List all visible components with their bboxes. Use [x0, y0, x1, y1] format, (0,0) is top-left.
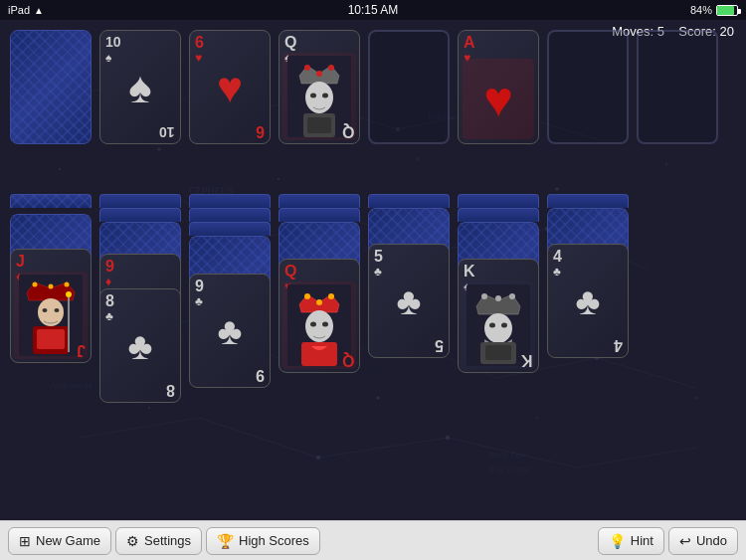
svg-line-19 — [199, 418, 318, 458]
card-rank-br: 6 — [256, 123, 265, 139]
svg-point-65 — [328, 65, 334, 71]
card-rank-br: K — [521, 352, 533, 368]
svg-point-85 — [304, 293, 310, 299]
deck-card[interactable] — [10, 30, 92, 144]
svg-point-36 — [59, 168, 61, 170]
svg-point-82 — [66, 291, 72, 297]
card-rank: 9 — [105, 259, 114, 275]
card-ace-hearts[interactable]: A ♥ ♥ — [458, 30, 539, 144]
toolbar: ⊞ New Game ⚙ Settings 🏆 High Scores 💡 Hi… — [0, 520, 746, 560]
svg-point-89 — [310, 322, 316, 327]
tableau-row: J ♦ — [10, 194, 629, 423]
svg-point-40 — [556, 188, 559, 191]
card-center-suit: ♣ — [576, 280, 601, 322]
card-rank: Q — [284, 264, 296, 280]
card-rank: 8 — [105, 293, 114, 309]
back-card[interactable] — [189, 208, 271, 222]
wifi-icon: ▲ — [34, 5, 44, 16]
card-rank: 10 — [105, 35, 121, 49]
card-rank-br: 4 — [614, 337, 623, 353]
card-rank: 9 — [195, 279, 204, 294]
svg-rect-70 — [307, 117, 331, 133]
undo-button[interactable]: ↩ Undo — [668, 527, 738, 555]
back-card[interactable] — [189, 222, 271, 236]
card-king-spades[interactable]: K ♠ — [458, 259, 539, 373]
back-card[interactable] — [99, 194, 181, 208]
svg-point-73 — [33, 282, 38, 287]
status-bar: iPad ▲ 10:15 AM 84% — [0, 0, 746, 20]
card-9-clubs[interactable]: 9 ♣ ♣ 9 — [189, 274, 271, 388]
svg-point-64 — [316, 71, 322, 77]
placeholder-3 — [637, 30, 718, 144]
svg-point-63 — [304, 65, 310, 71]
ace-figure: ♥ — [463, 59, 534, 139]
settings-icon: ⚙ — [126, 533, 139, 549]
placeholder-1 — [368, 30, 450, 144]
svg-point-98 — [489, 323, 495, 328]
card-rank-br: Q — [342, 352, 354, 368]
card-8-clubs[interactable]: 8 ♣ ♣ 8 — [99, 288, 181, 403]
col-3-stack: 9 ♣ ♣ 9 — [189, 194, 271, 413]
card-10-spades[interactable]: 10 ♠ ♠ 10 — [99, 30, 181, 144]
card-suit-small: ♦ — [105, 275, 111, 288]
card-suit-small: ♥ — [195, 51, 202, 65]
back-card[interactable] — [10, 194, 92, 208]
svg-line-22 — [577, 448, 696, 467]
svg-point-88 — [305, 310, 333, 342]
device-label: iPad — [8, 4, 30, 16]
col-1-stack: J ♦ — [10, 194, 92, 393]
card-queen-spades[interactable]: Q ♠ — [279, 30, 360, 144]
card-center-suit: ♥ — [217, 63, 243, 112]
col-6-stack: K ♠ — [458, 194, 539, 413]
card-center-suit: ♣ — [218, 309, 243, 352]
svg-point-49 — [695, 397, 697, 399]
settings-button[interactable]: ⚙ Settings — [115, 527, 202, 555]
card-rank-br: 5 — [435, 337, 444, 353]
card-queen-hearts[interactable]: Q ♥ — [279, 259, 360, 373]
svg-text:of the Ecliptic: of the Ecliptic — [487, 466, 533, 474]
top-row: 10 ♠ ♠ 10 6 ♥ ♥ 6 Q ♠ — [10, 30, 718, 144]
card-rank: J — [16, 254, 25, 270]
back-card[interactable] — [458, 194, 539, 208]
card-5-clubs[interactable]: 5 ♣ ♣ 5 — [368, 244, 450, 358]
card-rank: Q — [284, 35, 296, 51]
toolbar-left: ⊞ New Game ⚙ Settings 🏆 High Scores — [8, 527, 320, 555]
card-rank: 5 — [374, 249, 383, 265]
card-suit-small: ♣ — [553, 265, 561, 279]
svg-text:North Pole: North Pole — [487, 450, 526, 460]
hint-icon: 💡 — [609, 533, 626, 549]
card-suit-small: ♣ — [374, 265, 382, 279]
svg-point-75 — [65, 282, 70, 287]
col-4-stack: Q ♥ — [279, 194, 360, 413]
card-center-suit: ♣ — [397, 280, 422, 322]
high-scores-button[interactable]: 🏆 High Scores — [206, 527, 320, 555]
back-card[interactable] — [368, 194, 450, 208]
card-6-hearts[interactable]: 6 ♥ ♥ 6 — [189, 30, 271, 144]
new-game-button[interactable]: ⊞ New Game — [8, 527, 111, 555]
back-card[interactable] — [547, 194, 629, 208]
card-jack-diamonds[interactable]: J ♦ — [10, 249, 92, 363]
svg-line-20 — [318, 438, 448, 458]
back-card[interactable] — [189, 194, 271, 208]
card-rank: A — [464, 35, 475, 51]
battery-percent: 84% — [690, 4, 712, 16]
undo-label: Undo — [696, 533, 727, 548]
back-card[interactable] — [279, 208, 360, 222]
placeholder-2 — [547, 30, 629, 144]
back-card[interactable] — [279, 194, 360, 208]
card-center-suit: ♠ — [128, 63, 151, 112]
back-card[interactable] — [99, 208, 181, 222]
back-card[interactable] — [458, 208, 539, 222]
svg-point-37 — [158, 148, 161, 151]
hint-button[interactable]: 💡 Hint — [598, 527, 664, 555]
card-rank-br: 9 — [256, 367, 265, 383]
svg-point-96 — [509, 293, 515, 299]
col-5-stack: 5 ♣ ♣ 5 — [368, 194, 450, 393]
svg-rect-91 — [301, 342, 337, 366]
card-4-clubs[interactable]: 4 ♣ ♣ 4 — [547, 244, 629, 358]
time-display: 10:15 AM — [348, 3, 399, 17]
svg-point-87 — [328, 293, 334, 299]
svg-point-41 — [665, 163, 667, 165]
svg-point-39 — [417, 158, 419, 160]
svg-point-86 — [316, 299, 322, 305]
